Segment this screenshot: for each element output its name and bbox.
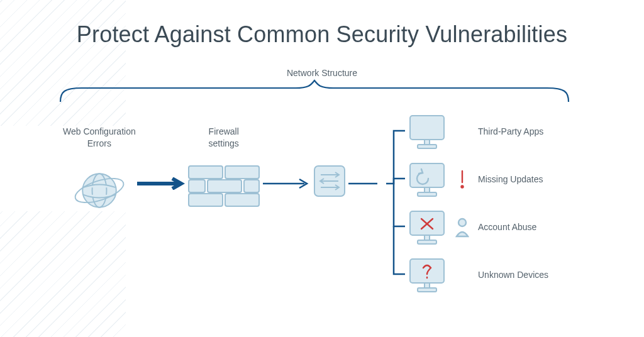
diagram-title: Protect Against Common Security Vulnerab… bbox=[0, 21, 644, 48]
device-row: Missing Updates bbox=[408, 160, 566, 199]
node-router bbox=[312, 126, 347, 199]
svg-rect-17 bbox=[410, 116, 444, 140]
device-row: Third-Party Apps bbox=[408, 112, 566, 151]
node-web-label: Web ConfigurationErrors bbox=[63, 126, 136, 151]
monitor-icon bbox=[408, 257, 447, 293]
tree-bracket bbox=[386, 112, 405, 294]
svg-rect-8 bbox=[244, 180, 259, 192]
monitor-icon bbox=[408, 209, 447, 245]
monitor-icon bbox=[408, 113, 447, 150]
router-icon bbox=[312, 163, 347, 199]
devices-group: Third-Party Apps Missing Updates Account… bbox=[386, 112, 566, 294]
device-label: Unknown Devices bbox=[478, 270, 566, 280]
svg-rect-7 bbox=[208, 180, 242, 192]
svg-point-24 bbox=[462, 186, 464, 188]
svg-rect-10 bbox=[225, 194, 259, 206]
device-row: Account Abuse bbox=[408, 207, 566, 246]
device-label: Missing Updates bbox=[478, 174, 566, 184]
svg-rect-22 bbox=[418, 192, 436, 196]
device-label: Third-Party Apps bbox=[478, 126, 566, 136]
svg-rect-9 bbox=[189, 194, 223, 206]
node-firewall-label: Firewallsettings bbox=[209, 126, 239, 151]
connector-line bbox=[347, 177, 379, 190]
svg-rect-33 bbox=[418, 288, 436, 292]
node-web: Web ConfigurationErrors bbox=[63, 126, 136, 218]
brace-icon bbox=[57, 79, 572, 103]
svg-rect-31 bbox=[410, 259, 444, 283]
svg-rect-32 bbox=[425, 283, 430, 288]
svg-rect-5 bbox=[225, 166, 259, 179]
svg-rect-6 bbox=[189, 180, 205, 192]
svg-point-30 bbox=[458, 219, 466, 226]
svg-rect-27 bbox=[418, 240, 436, 244]
svg-rect-19 bbox=[418, 145, 436, 148]
group-label: Network Structure bbox=[0, 68, 644, 78]
globe-icon bbox=[72, 163, 126, 218]
svg-rect-18 bbox=[425, 140, 430, 145]
svg-rect-20 bbox=[410, 163, 444, 187]
monitor-icon bbox=[408, 161, 447, 197]
svg-rect-4 bbox=[189, 166, 223, 179]
device-row: Unknown Devices bbox=[408, 255, 566, 294]
svg-rect-21 bbox=[425, 187, 430, 192]
firewall-icon bbox=[186, 163, 262, 207]
node-firewall: Firewallsettings bbox=[186, 126, 262, 207]
device-label: Account Abuse bbox=[478, 222, 566, 232]
person-icon bbox=[455, 216, 469, 238]
arrow-icon bbox=[262, 177, 312, 190]
arrow-icon bbox=[136, 177, 186, 190]
alert-icon bbox=[455, 168, 469, 190]
svg-rect-26 bbox=[425, 235, 430, 240]
